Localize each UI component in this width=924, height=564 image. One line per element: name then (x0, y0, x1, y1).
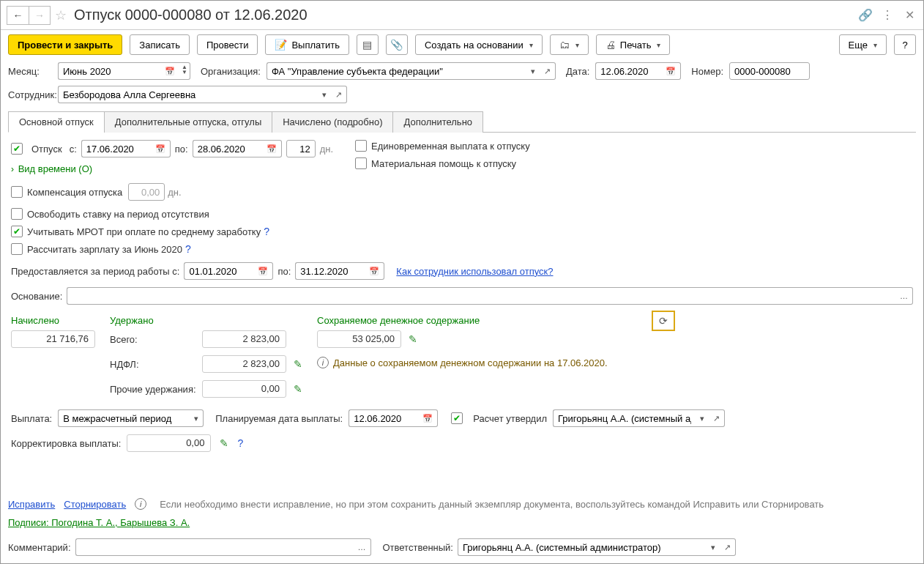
release-rate-checkbox[interactable] (11, 208, 23, 220)
responsible-input[interactable] (458, 538, 707, 556)
employee-input[interactable] (58, 86, 318, 103)
date-input[interactable] (595, 62, 661, 80)
tab-accrued[interactable]: Начислено (подробно) (272, 111, 393, 133)
comment-label: Комментарий: (8, 542, 71, 553)
other-held-edit-icon[interactable]: ✎ (294, 383, 302, 395)
kebab-menu-icon[interactable]: ⋮ (879, 7, 895, 23)
to-date-input[interactable] (193, 140, 262, 157)
tab-additional[interactable]: Дополнительные отпуска, отгулы (104, 111, 273, 133)
calendar-icon[interactable]: 📅 (151, 140, 171, 157)
onetime-pay-label: Единовременная выплата к отпуску (371, 141, 530, 152)
tab-main[interactable]: Основной отпуск (8, 111, 105, 133)
number-input[interactable] (729, 62, 810, 80)
responsible-open-button[interactable]: ↗ (720, 538, 736, 556)
pay-button[interactable]: 📝Выплатить (265, 34, 349, 55)
mat-help-checkbox[interactable] (355, 157, 367, 169)
planned-date-label: Планируемая дата выплаты: (215, 413, 343, 424)
responsible-dropdown[interactable]: ▾ (707, 538, 720, 556)
nav-back-button[interactable]: ← (7, 6, 29, 25)
approved-by-input[interactable] (553, 409, 696, 427)
print-button[interactable]: 🖨Печать▾ (596, 34, 671, 55)
number-label: Номер: (691, 66, 723, 77)
calendar-icon[interactable]: 📅 (418, 409, 438, 427)
org-input[interactable] (267, 62, 526, 80)
month-input[interactable] (58, 62, 160, 80)
approved-dropdown[interactable]: ▾ (696, 409, 709, 427)
calc-salary-checkbox[interactable] (11, 243, 23, 255)
accrued-value: 21 716,76 (11, 330, 95, 348)
employee-open-button[interactable]: ↗ (331, 86, 347, 103)
period-label: Предоставляется за период работы с: (11, 266, 179, 277)
reverse-link[interactable]: Сторнировать (64, 499, 126, 510)
mrot-label: Учитывать МРОТ при оплате по среднему за… (27, 226, 261, 237)
post-button[interactable]: Провести (197, 34, 258, 55)
save-button[interactable]: Записать (130, 34, 190, 55)
comment-select-button[interactable]: … (354, 538, 371, 556)
payment-input[interactable] (58, 409, 190, 427)
calendar-icon[interactable]: 📅 (365, 262, 384, 280)
paperclip-icon: 📎 (390, 39, 403, 51)
comment-input[interactable] (75, 538, 354, 556)
create-based-button[interactable]: Создать на основании▾ (415, 34, 543, 55)
payment-dropdown[interactable]: ▾ (190, 409, 204, 427)
calendar-icon[interactable]: 📅 (160, 62, 179, 80)
refresh-button[interactable]: ⟳ (652, 311, 675, 331)
ndfl-value: 2 823,00 (202, 355, 286, 373)
correction-edit-icon[interactable]: ✎ (220, 437, 228, 449)
calendar-icon[interactable]: 📅 (253, 262, 273, 280)
days-input[interactable] (286, 140, 316, 157)
document-flow-button[interactable]: 🗂▾ (550, 34, 589, 55)
time-kind-link[interactable]: Вид времени (О) (18, 163, 93, 174)
post-and-close-button[interactable]: Провести и закрыть (8, 34, 122, 55)
approved-open-button[interactable]: ↗ (709, 409, 725, 427)
favorite-star-icon[interactable]: ☆ (55, 7, 67, 23)
org-dropdown[interactable]: ▾ (526, 62, 540, 80)
nav-forward-button[interactable]: → (29, 6, 51, 25)
chevron-down-icon: ▾ (575, 41, 579, 49)
calendar-icon[interactable]: 📅 (661, 62, 681, 80)
period-to-input[interactable] (295, 262, 365, 280)
org-open-button[interactable]: ↗ (540, 62, 556, 80)
other-held-value: 0,00 (202, 380, 286, 398)
printer-icon: 🖨 (606, 39, 616, 51)
mrot-help-icon[interactable]: ? (264, 226, 269, 237)
fix-link[interactable]: Исправить (8, 499, 55, 510)
org-label: Организация: (201, 66, 261, 77)
list-icon: ▤ (362, 39, 372, 51)
calendar-icon[interactable]: 📅 (262, 140, 282, 157)
compensation-days-label: дн. (168, 187, 181, 198)
close-icon[interactable]: ✕ (901, 7, 917, 23)
help-button[interactable]: ? (894, 34, 916, 55)
more-button[interactable]: Еще▾ (839, 34, 887, 55)
period-from-input[interactable] (184, 262, 253, 280)
basis-select-button[interactable]: … (895, 287, 913, 305)
link-icon[interactable]: 🔗 (857, 7, 873, 23)
attach-button[interactable]: 📎 (386, 34, 408, 55)
month-stepper[interactable]: ▲▼ (179, 62, 190, 80)
tab-extra[interactable]: Дополнительно (392, 111, 483, 133)
calc-salary-help-icon[interactable]: ? (185, 243, 191, 255)
basis-input[interactable] (67, 287, 895, 305)
saved-edit-icon[interactable]: ✎ (409, 333, 417, 345)
from-date-input[interactable] (81, 140, 151, 157)
ndfl-edit-icon[interactable]: ✎ (294, 358, 302, 370)
to-label: по: (175, 144, 188, 155)
vacation-checkbox[interactable]: ✔ (11, 143, 23, 155)
planned-date-input[interactable] (349, 409, 418, 427)
signatures-link[interactable]: Подписи: Погодина Т. А., Барышева З. А. (8, 517, 190, 528)
list-view-button[interactable]: ▤ (357, 34, 379, 55)
onetime-pay-checkbox[interactable] (355, 140, 367, 152)
info-icon: i (135, 498, 146, 510)
mrot-checkbox[interactable]: ✔ (11, 226, 23, 237)
accrued-header: Начислено (11, 315, 95, 326)
expand-chevron-icon[interactable]: › (11, 164, 14, 174)
how-used-link[interactable]: Как сотрудник использовал отпуск? (396, 266, 553, 277)
payment-label: Выплата: (11, 413, 52, 424)
compensation-checkbox[interactable] (11, 186, 23, 198)
chevron-down-icon: ▾ (657, 41, 660, 49)
correction-help-icon[interactable]: ? (237, 437, 243, 449)
employee-dropdown[interactable]: ▾ (318, 86, 331, 103)
compensation-days-input[interactable] (128, 183, 165, 201)
calc-salary-label: Рассчитать зарплату за Июнь 2020 (27, 244, 182, 255)
approved-checkbox[interactable]: ✔ (451, 412, 463, 424)
